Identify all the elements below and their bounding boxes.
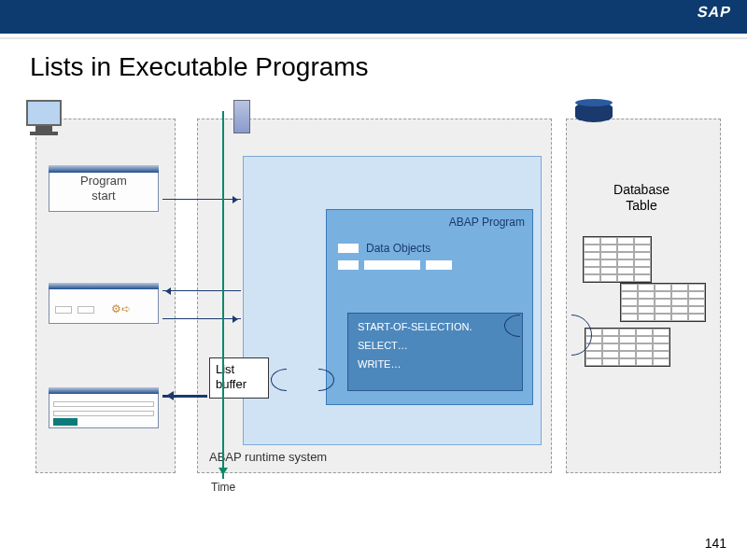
abap-program-container: ABAP Program Data Objects START-OF-SELEC… [326, 209, 533, 405]
time-label: Time [211, 481, 235, 494]
selection-screen-box: ⚙➪ [49, 283, 159, 324]
header-bar: SAP [0, 0, 747, 34]
arrow [162, 318, 241, 319]
db-table-2 [620, 283, 706, 322]
execute-icon: ⚙➪ [111, 302, 131, 315]
db-table-1 [583, 236, 652, 283]
arrow-thick [162, 395, 207, 398]
db-table-3 [585, 328, 670, 367]
runtime-container: ABAP Program Data Objects START-OF-SELEC… [243, 156, 542, 445]
data-chip [338, 260, 359, 270]
abap-program-label: ABAP Program [327, 210, 532, 229]
code-line-2: SELECT… [358, 340, 513, 351]
server-icon [233, 100, 250, 133]
data-chip [426, 260, 452, 270]
program-start-box: Program start [49, 165, 159, 212]
list-buffer-label: List buffer [216, 362, 247, 391]
database-table-label: Database Table [599, 182, 684, 214]
data-chip [364, 260, 420, 270]
data-object-chip [338, 244, 359, 253]
page-title: Lists in Executable Programs [0, 39, 747, 82]
list-buffer-box: List buffer [209, 357, 269, 399]
code-line-3: WRITE… [358, 358, 513, 370]
list-output-box [49, 387, 159, 428]
program-start-label: Program start [80, 174, 127, 203]
diagram-canvas: Program start ⚙➪ ABAP Program Data Objec… [26, 107, 721, 509]
code-block: START-OF-SELECTION. SELECT… WRITE… [347, 313, 523, 391]
sap-logo: SAP [684, 0, 744, 26]
arrow [162, 290, 241, 291]
monitor-icon [26, 100, 62, 135]
data-objects-label: Data Objects [366, 242, 430, 255]
arrow [162, 199, 241, 200]
runtime-label: ABAP runtime system [209, 450, 327, 464]
code-line-1: START-OF-SELECTION. [358, 321, 513, 332]
database-icon [575, 102, 613, 122]
page-number: 141 [705, 536, 726, 551]
time-axis [222, 111, 224, 479]
curve-connector [551, 315, 592, 356]
